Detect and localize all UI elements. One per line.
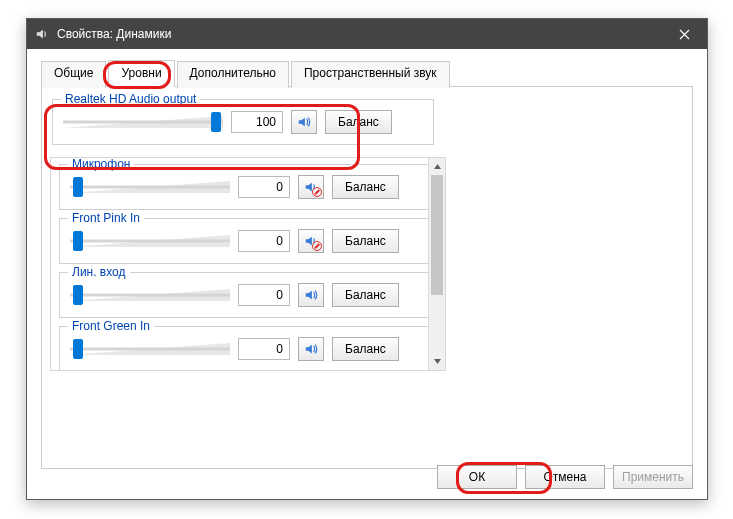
input-title: Front Pink In	[68, 211, 144, 225]
muted-badge-icon	[312, 187, 322, 197]
tab-spatial[interactable]: Пространственный звук	[291, 61, 450, 88]
output-group: Realtek HD Audio output Баланс	[52, 99, 434, 145]
titlebar: Свойства: Динамики	[27, 19, 707, 49]
slider-thumb[interactable]	[73, 285, 83, 305]
input-row: Баланс	[70, 337, 426, 361]
speaker-icon	[304, 288, 318, 302]
levels-panel: Realtek HD Audio output Баланс	[41, 87, 693, 469]
balance-button[interactable]: Баланс	[325, 110, 392, 134]
tab-strip: Общие Уровни Дополнительно Пространствен…	[41, 59, 693, 87]
slider-thumb[interactable]	[211, 112, 221, 132]
output-title: Realtek HD Audio output	[61, 92, 200, 106]
window-title: Свойства: Динамики	[57, 27, 171, 41]
input-slider[interactable]	[70, 230, 230, 252]
input-title: Front Green In	[68, 319, 154, 333]
input-group: Лин. входБаланс	[59, 272, 437, 318]
slider-thumb[interactable]	[73, 231, 83, 251]
slider-thumb[interactable]	[73, 177, 83, 197]
input-row: Баланс	[70, 283, 426, 307]
output-value[interactable]	[231, 111, 283, 133]
input-group: МикрофонБаланс	[59, 164, 437, 210]
scroll-down-button[interactable]	[429, 353, 445, 370]
tab-general[interactable]: Общие	[41, 61, 106, 88]
input-value[interactable]	[238, 230, 290, 252]
input-row: Баланс	[70, 175, 426, 199]
output-row: Баланс	[63, 110, 423, 134]
ok-button[interactable]: ОК	[437, 465, 517, 489]
close-button[interactable]	[662, 19, 707, 49]
input-group: Front Green InБаланс	[59, 326, 437, 371]
scroll-thumb[interactable]	[431, 175, 443, 295]
input-value[interactable]	[238, 176, 290, 198]
muted-badge-icon	[312, 241, 322, 251]
input-title: Микрофон	[68, 157, 134, 171]
svg-marker-5	[434, 164, 441, 169]
svg-marker-6	[434, 359, 441, 364]
cancel-button[interactable]: Отмена	[525, 465, 605, 489]
input-group: Front Pink InБаланс	[59, 218, 437, 264]
speaker-icon	[35, 27, 49, 41]
inputs-list: МикрофонБалансFront Pink InБалансЛин. вх…	[50, 157, 446, 371]
scrollbar[interactable]	[428, 158, 445, 370]
mute-button[interactable]	[298, 229, 324, 253]
scroll-up-button[interactable]	[429, 158, 445, 175]
balance-button[interactable]: Баланс	[332, 337, 399, 361]
input-value[interactable]	[238, 284, 290, 306]
input-slider[interactable]	[70, 338, 230, 360]
slider-thumb[interactable]	[73, 339, 83, 359]
close-icon	[679, 29, 690, 40]
mute-button[interactable]	[298, 175, 324, 199]
mute-button[interactable]	[298, 283, 324, 307]
dialog-body: Общие Уровни Дополнительно Пространствен…	[27, 49, 707, 469]
mute-button[interactable]	[291, 110, 317, 134]
balance-button[interactable]: Баланс	[332, 283, 399, 307]
input-value[interactable]	[238, 338, 290, 360]
speaker-icon	[304, 342, 318, 356]
balance-button[interactable]: Баланс	[332, 175, 399, 199]
input-slider[interactable]	[70, 176, 230, 198]
input-title: Лин. вход	[68, 265, 130, 279]
mute-button[interactable]	[298, 337, 324, 361]
apply-button[interactable]: Применить	[613, 465, 693, 489]
output-slider[interactable]	[63, 111, 223, 133]
dialog-window: Свойства: Динамики Общие Уровни Дополнит…	[26, 18, 708, 500]
balance-button[interactable]: Баланс	[332, 229, 399, 253]
input-row: Баланс	[70, 229, 426, 253]
speaker-on-icon	[297, 115, 311, 129]
input-slider[interactable]	[70, 284, 230, 306]
tab-levels[interactable]: Уровни	[108, 60, 174, 87]
dialog-footer: ОК Отмена Применить	[437, 465, 693, 489]
tab-advanced[interactable]: Дополнительно	[177, 61, 289, 88]
